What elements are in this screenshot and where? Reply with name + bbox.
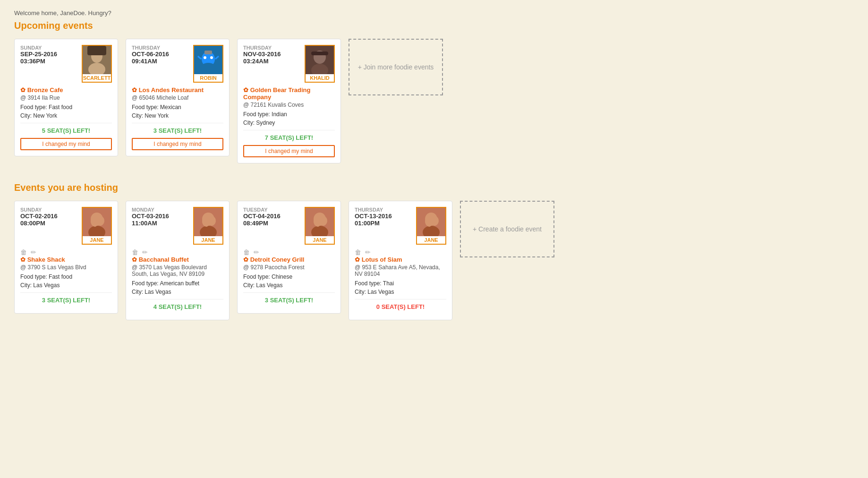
city-3: City: Sydney — [243, 120, 335, 126]
host-city-2: City: Las Vegas — [132, 289, 223, 295]
card-header-1: SUNDAY SEP-25-2016 03:36PM SCARLETT — [20, 45, 112, 83]
avatar-image-1 — [83, 46, 111, 74]
host-avatar-image-2 — [194, 208, 222, 236]
host-event-card-4: THURSDAY OCT-13-2016 01:00PM — [349, 201, 452, 320]
food-type-2: Food type: Mexican — [132, 104, 223, 111]
address-2: @ 65046 Michele Loaf — [132, 94, 223, 101]
avatar-container-2: ROBIN — [193, 45, 223, 83]
upcoming-event-card-1: SUNDAY SEP-25-2016 03:36PM SCARLETT — [14, 39, 118, 156]
card-full-date-1: SEP-25-2016 — [20, 51, 82, 58]
host-address-4: @ 953 E Sahara Ave A5, Nevada, NV 89104 — [355, 264, 446, 277]
edit-icon-2[interactable]: ✏ — [142, 248, 148, 256]
seats-3: 7 SEAT(S) LEFT! — [243, 134, 335, 141]
svg-rect-3 — [87, 46, 106, 55]
card-time-1: 03:36PM — [20, 58, 82, 65]
upcoming-event-card-2: THURSDAY OCT-06-2016 09:41AM — [126, 39, 230, 156]
host-city-3: City: Las Vegas — [243, 282, 335, 289]
restaurant-name-2[interactable]: Los Andes Restaurant — [132, 86, 223, 94]
delete-icon-4[interactable]: 🗑 — [355, 248, 361, 256]
address-3: @ 72161 Kuvalis Coves — [243, 102, 335, 108]
host-food-type-4: Food type: Thai — [355, 280, 446, 287]
card-time-3: 03:24AM — [243, 58, 305, 65]
host-card-day-3: TUESDAY — [243, 207, 305, 213]
welcome-text: Welcome home, JaneDoe. Hungry? — [14, 9, 854, 17]
delete-icon-2[interactable]: 🗑 — [132, 248, 138, 256]
host-restaurant-name-4[interactable]: Lotus of Siam — [355, 256, 446, 263]
card-header-2: THURSDAY OCT-06-2016 09:41AM — [132, 45, 223, 83]
host-card-header-2: MONDAY OCT-03-2016 11:00AM JA — [132, 207, 223, 245]
edit-icon-4[interactable]: ✏ — [365, 248, 371, 256]
host-avatar-name-2: JANE — [194, 236, 222, 244]
changed-mind-btn-2[interactable]: I changed my mind — [132, 138, 223, 150]
host-event-card-2: MONDAY OCT-03-2016 11:00AM JA — [126, 201, 230, 320]
host-avatar-image-4 — [417, 208, 445, 236]
changed-mind-btn-1[interactable]: I changed my mind — [20, 138, 112, 150]
upcoming-events-title: Upcoming events — [14, 20, 854, 31]
city-1: City: New York — [20, 112, 112, 119]
host-avatar-image-1 — [83, 208, 111, 236]
host-card-day-1: SUNDAY — [20, 207, 82, 213]
delete-icon-1[interactable]: 🗑 — [20, 248, 27, 256]
upcoming-event-card-3: THURSDAY NOV-03-2016 03:24AM — [237, 39, 341, 163]
host-seats-4: 0 SEAT(S) LEFT! — [355, 303, 446, 310]
host-card-header-4: THURSDAY OCT-13-2016 01:00PM — [355, 207, 446, 245]
host-seats-1: 3 SEAT(S) LEFT! — [20, 297, 112, 304]
edit-icon-3[interactable]: ✏ — [254, 248, 259, 256]
host-avatar-container-2: JANE — [193, 207, 223, 245]
host-event-card-3: TUESDAY OCT-04-2016 08:49PM J — [237, 201, 341, 314]
card-full-date-2: OCT-06-2016 — [132, 51, 193, 58]
host-avatar-name-1: JANE — [83, 236, 111, 244]
join-more-label: + Join more foodie events — [358, 63, 434, 71]
changed-mind-btn-3[interactable]: I changed my mind — [243, 145, 335, 157]
svg-rect-15 — [311, 51, 328, 55]
create-event-label: + Create a foodie event — [473, 225, 542, 233]
svg-point-6 — [204, 56, 206, 59]
upcoming-events-section: Upcoming events SUNDAY SEP-25-2016 03:36… — [14, 20, 854, 163]
restaurant-name-3[interactable]: Golden Bear Trading Company — [243, 86, 335, 101]
card-full-date-3: NOV-03-2016 — [243, 51, 305, 58]
restaurant-name-1[interactable]: Bronze Cafe — [20, 86, 112, 94]
host-avatar-container-4: JANE — [416, 207, 446, 245]
host-address-1: @ 3790 S Las Vegas Blvd — [20, 264, 112, 271]
seats-1: 5 SEAT(S) LEFT! — [20, 127, 112, 134]
host-avatar-container-1: JANE — [82, 207, 112, 245]
host-address-2: @ 3570 Las Vegas Boulevard South, Las Ve… — [132, 264, 223, 277]
host-card-time-4: 01:00PM — [355, 220, 416, 227]
host-card-actions-3: 🗑 ✏ — [243, 248, 335, 256]
delete-icon-3[interactable]: 🗑 — [243, 248, 250, 256]
svg-point-7 — [210, 56, 213, 59]
hosting-events-title: Events you are hosting — [14, 182, 854, 193]
host-food-type-1: Food type: Fast food — [20, 273, 112, 280]
host-address-3: @ 9278 Pacocha Forest — [243, 264, 335, 271]
host-card-full-date-2: OCT-03-2016 — [132, 213, 193, 220]
host-restaurant-name-2[interactable]: Bacchanal Buffet — [132, 256, 223, 263]
card-date-1: SUNDAY SEP-25-2016 03:36PM — [20, 45, 82, 65]
hosting-events-row: SUNDAY OCT-02-2016 08:00PM JA — [14, 201, 854, 320]
host-city-1: City: Las Vegas — [20, 282, 112, 289]
avatar-name-2: ROBIN — [194, 74, 222, 82]
edit-icon-1[interactable]: ✏ — [31, 248, 36, 256]
card-date-2: THURSDAY OCT-06-2016 09:41AM — [132, 45, 193, 65]
join-more-card[interactable]: + Join more foodie events — [349, 39, 443, 95]
card-day-2: THURSDAY — [132, 45, 193, 51]
avatar-name-1: SCARLETT — [83, 74, 111, 82]
avatar-image-3 — [306, 46, 334, 74]
host-avatar-name-3: JANE — [306, 236, 334, 244]
host-avatar-name-4: JANE — [417, 236, 445, 244]
food-type-3: Food type: Indian — [243, 111, 335, 118]
host-seats-2: 4 SEAT(S) LEFT! — [132, 303, 223, 310]
food-type-1: Food type: Fast food — [20, 104, 112, 111]
avatar-image-2 — [194, 46, 222, 74]
card-day-3: THURSDAY — [243, 45, 305, 51]
avatar-container-1: SCARLETT — [82, 45, 112, 83]
host-card-full-date-1: OCT-02-2016 — [20, 213, 82, 220]
host-restaurant-name-1[interactable]: Shake Shack — [20, 256, 112, 263]
host-card-day-2: MONDAY — [132, 207, 193, 213]
host-food-type-3: Food type: Chinese — [243, 273, 335, 280]
host-card-time-3: 08:49PM — [243, 220, 305, 227]
host-restaurant-name-3[interactable]: Detroit Coney Grill — [243, 256, 335, 263]
card-date-3: THURSDAY NOV-03-2016 03:24AM — [243, 45, 305, 65]
create-event-card[interactable]: + Create a foodie event — [460, 201, 554, 257]
host-card-date-4: THURSDAY OCT-13-2016 01:00PM — [355, 207, 416, 227]
host-card-actions-1: 🗑 ✏ — [20, 248, 112, 256]
